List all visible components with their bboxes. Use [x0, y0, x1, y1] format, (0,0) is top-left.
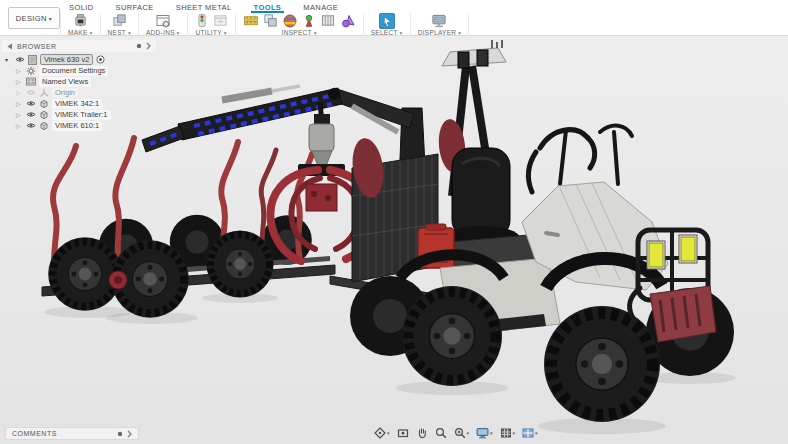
tab-sheet-metal[interactable]: SHEET METAL	[173, 0, 235, 13]
expand-caret-icon[interactable]: ▷	[16, 101, 23, 107]
component-color-icon[interactable]	[340, 13, 356, 29]
visibility-eye-icon[interactable]	[15, 56, 25, 63]
panel-flyout-chevron-icon[interactable]	[146, 42, 151, 50]
3d-print-icon[interactable]	[73, 13, 88, 28]
fit-button[interactable]: ▾	[454, 427, 470, 439]
tree-item-document-settings[interactable]: ▷ Document Settings	[2, 65, 156, 76]
origin-axes-icon	[39, 88, 49, 98]
root-component-label[interactable]: Vimek 630 v2	[40, 54, 93, 65]
visibility-eye-icon[interactable]	[26, 122, 36, 129]
displayer-monitor-icon[interactable]	[431, 13, 447, 29]
traffic-light-icon[interactable]	[195, 13, 209, 28]
grid-and-snaps-button[interactable]: ▾	[500, 427, 516, 439]
browser-header: BROWSER	[2, 40, 156, 52]
group-add-ins-label: ADD-INS	[146, 29, 180, 36]
group-utility-label: UTILITY	[196, 29, 227, 36]
tree-root-component[interactable]: ▾ Vimek 630 v2	[2, 54, 156, 65]
activate-radio-icon[interactable]	[96, 55, 105, 64]
group-add-ins[interactable]: ADD-INS	[139, 13, 188, 36]
handlebars	[529, 126, 632, 192]
visibility-eye-icon[interactable]	[26, 111, 36, 118]
component-icon	[39, 121, 49, 131]
tree-item-label[interactable]: VIMEK Trailer:1	[52, 110, 111, 120]
group-nest[interactable]: NEST	[101, 13, 139, 36]
section-analysis-icon[interactable]	[320, 13, 336, 28]
comments-title: COMMENTS	[12, 430, 57, 437]
browser-title: BROWSER	[17, 43, 57, 50]
carrier-mid[interactable]	[349, 40, 560, 386]
comments-dot-icon[interactable]	[117, 431, 123, 437]
browser-tree: ▾ Vimek 630 v2 ▷	[2, 54, 156, 131]
tree-item-label[interactable]: Document Settings	[39, 66, 108, 76]
comments-bar[interactable]: COMMENTS	[5, 427, 139, 440]
browser-panel: BROWSER ▾ Vimek 63	[2, 40, 156, 131]
look-at-button[interactable]	[397, 427, 409, 439]
bogie-hub	[109, 271, 127, 289]
group-make-label: MAKE	[68, 29, 93, 36]
visibility-eye-icon[interactable]	[26, 89, 36, 96]
pan-button[interactable]	[416, 427, 428, 439]
group-select-label: SELECT	[371, 29, 403, 36]
design-workspace-button[interactable]: DESIGN	[8, 7, 60, 29]
top-toolbar: DESIGN SOLID SURFACE SHEET METAL TOOLS M…	[0, 0, 788, 36]
select-cursor-icon[interactable]	[379, 13, 395, 29]
tree-item-label[interactable]: VIMEK 610:1	[52, 121, 102, 131]
tree-item-vimek-trailer[interactable]: ▷ VIMEK Trailer:1	[2, 109, 156, 120]
group-displayer-label: DISPLAYER	[418, 29, 462, 36]
gear-icon	[26, 66, 36, 76]
fusion-window: DESIGN SOLID SURFACE SHEET METAL TOOLS M…	[0, 0, 788, 444]
expand-caret-icon[interactable]: ▷	[16, 90, 23, 96]
tree-item-origin[interactable]: ▷ Origin	[2, 87, 156, 98]
nest-icon[interactable]	[112, 13, 127, 28]
group-select[interactable]: SELECT	[364, 13, 411, 36]
group-inspect-label: INSPECT	[282, 29, 317, 36]
document-icon	[28, 55, 37, 65]
design-workspace-label: DESIGN	[16, 14, 47, 23]
add-ins-icon[interactable]	[155, 13, 171, 29]
navigation-toolbar: ▾ ▾ ▾ ▾	[374, 426, 538, 440]
viewports-button[interactable]: ▾	[522, 427, 538, 439]
component-icon	[39, 110, 49, 120]
display-settings-button[interactable]: ▾	[476, 427, 493, 439]
component-icon	[39, 99, 49, 109]
ribbon-tabs: SOLID SURFACE SHEET METAL TOOLS MANAGE	[66, 0, 341, 13]
viewport-canvas[interactable]: BROWSER ▾ Vimek 63	[0, 36, 788, 444]
tree-item-vimek-342[interactable]: ▷ VIMEK 342:1	[2, 98, 156, 109]
expand-caret-icon[interactable]: ▷	[16, 123, 23, 129]
expand-caret-icon[interactable]: ▷	[16, 79, 23, 85]
crane-boom-inner	[330, 88, 414, 128]
collapse-panel-icon[interactable]	[7, 43, 13, 50]
tab-tools[interactable]: TOOLS	[251, 0, 285, 13]
named-views-icon	[26, 77, 36, 86]
front-bumper	[650, 286, 716, 342]
draft-analysis-icon[interactable]	[302, 13, 316, 29]
tree-item-label[interactable]: Origin	[52, 88, 78, 98]
comments-expand-chevron-icon[interactable]	[127, 430, 132, 438]
visibility-eye-icon[interactable]	[26, 100, 36, 107]
panel-dot-icon[interactable]	[136, 43, 142, 49]
tab-solid[interactable]: SOLID	[66, 0, 97, 13]
zoom-button[interactable]	[435, 427, 447, 439]
group-make[interactable]: MAKE	[60, 13, 101, 36]
rotator	[309, 124, 334, 151]
tab-surface[interactable]: SURFACE	[113, 0, 157, 13]
group-utility[interactable]: UTILITY	[188, 13, 236, 36]
expand-caret-icon[interactable]: ▷	[16, 68, 23, 74]
tab-manage[interactable]: MANAGE	[300, 0, 341, 13]
tree-item-named-views[interactable]: ▷ Named Views	[2, 76, 156, 87]
tree-item-label[interactable]: Named Views	[39, 77, 91, 87]
tree-item-label[interactable]: VIMEK 342:1	[52, 99, 102, 109]
measure-icon[interactable]	[243, 13, 259, 28]
utility-window-icon[interactable]	[213, 13, 228, 28]
curvature-map-icon[interactable]	[282, 13, 298, 29]
interference-icon[interactable]	[263, 13, 278, 28]
group-nest-label: NEST	[108, 29, 131, 36]
ribbon-groups: MAKE NEST ADD-INS	[60, 13, 469, 36]
group-inspect[interactable]: INSPECT	[236, 13, 364, 36]
tree-item-vimek-610[interactable]: ▷ VIMEK 610:1	[2, 120, 156, 131]
expand-caret-icon[interactable]: ▷	[16, 112, 23, 118]
group-displayer[interactable]: DISPLAYER	[411, 13, 470, 36]
expand-caret-icon[interactable]: ▾	[5, 57, 12, 63]
orbit-button[interactable]: ▾	[374, 427, 390, 439]
